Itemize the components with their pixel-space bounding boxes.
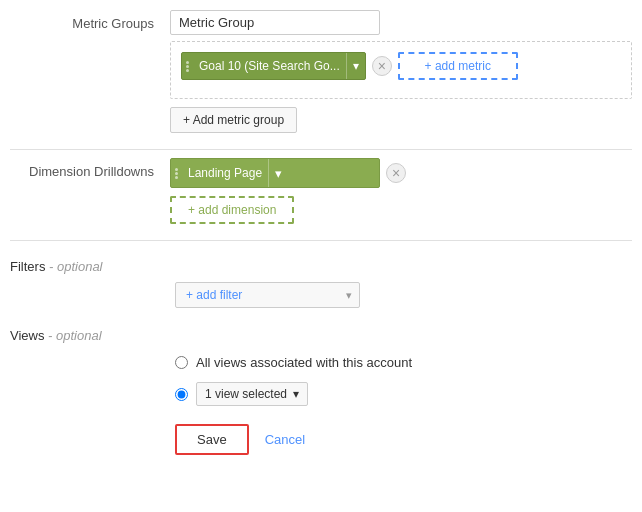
add-dimension-wrapper: + add dimension bbox=[170, 188, 632, 224]
cancel-button[interactable]: Cancel bbox=[261, 426, 309, 453]
metric-group-chip[interactable]: Goal 10 (Site Search Go... ▾ bbox=[181, 52, 366, 80]
add-filter-select[interactable]: + add filter bbox=[175, 282, 360, 308]
dimension-drilldowns-section: Dimension Drilldowns Landing Page ▾ × + … bbox=[0, 158, 642, 224]
metric-groups-label: Metric Groups bbox=[10, 10, 170, 31]
save-button[interactable]: Save bbox=[175, 424, 249, 455]
dimension-chip-text: Landing Page bbox=[182, 166, 268, 180]
views-section-header: Views - optional bbox=[0, 322, 642, 351]
dimension-chip-row: Landing Page ▾ × bbox=[170, 158, 632, 188]
chip-text: Goal 10 (Site Search Go... bbox=[193, 59, 346, 73]
views-all-radio[interactable] bbox=[175, 356, 188, 369]
add-metric-group-button[interactable]: + Add metric group bbox=[170, 107, 297, 133]
dimension-drilldowns-label: Dimension Drilldowns bbox=[10, 158, 170, 179]
chip-dropdown-arrow[interactable]: ▾ bbox=[346, 53, 365, 79]
action-row: Save Cancel bbox=[0, 414, 642, 455]
filters-label: Filters bbox=[10, 259, 45, 274]
filters-section-header: Filters - optional bbox=[0, 249, 642, 282]
divider-2 bbox=[10, 240, 632, 241]
chip-close-btn[interactable]: × bbox=[372, 56, 392, 76]
add-metric-button[interactable]: + add metric bbox=[398, 52, 518, 80]
dimension-drilldowns-content: Landing Page ▾ × + add dimension bbox=[170, 158, 632, 224]
dimension-chip[interactable]: Landing Page ▾ bbox=[170, 158, 380, 188]
metric-groups-section: Metric Groups Goal 10 (Site Search Go...… bbox=[0, 10, 642, 133]
views-radio-row-2: 1 view selected ▾ bbox=[0, 378, 642, 410]
add-filter-wrapper[interactable]: + add filter bbox=[175, 282, 360, 308]
add-filter-row: + add filter bbox=[0, 282, 642, 308]
views-label: Views bbox=[10, 328, 44, 343]
views-all-label: All views associated with this account bbox=[196, 355, 412, 370]
views-selected-label: 1 view selected bbox=[205, 387, 287, 401]
views-selected-radio[interactable] bbox=[175, 388, 188, 401]
views-selected-arrow: ▾ bbox=[293, 387, 299, 401]
metric-groups-content: Goal 10 (Site Search Go... ▾ × + add met… bbox=[170, 10, 632, 133]
dimension-chip-dropdown[interactable]: ▾ bbox=[268, 159, 288, 187]
dimension-chip-close-btn[interactable]: × bbox=[386, 163, 406, 183]
views-selected-dropdown[interactable]: 1 view selected ▾ bbox=[196, 382, 308, 406]
metric-group-section-border: Goal 10 (Site Search Go... ▾ × + add met… bbox=[170, 41, 632, 99]
chip-drag-handle bbox=[182, 61, 193, 72]
add-metric-group-wrapper: + Add metric group bbox=[170, 107, 632, 133]
dimension-drag-handle bbox=[171, 168, 182, 179]
add-dimension-button[interactable]: + add dimension bbox=[170, 196, 294, 224]
divider-1 bbox=[10, 149, 632, 150]
views-optional: - optional bbox=[48, 328, 101, 343]
filters-optional: - optional bbox=[49, 259, 102, 274]
metric-group-name-input[interactable] bbox=[170, 10, 380, 35]
views-radio-row-1: All views associated with this account bbox=[0, 351, 642, 374]
metric-group-chip-row: Goal 10 (Site Search Go... ▾ × + add met… bbox=[181, 52, 621, 80]
